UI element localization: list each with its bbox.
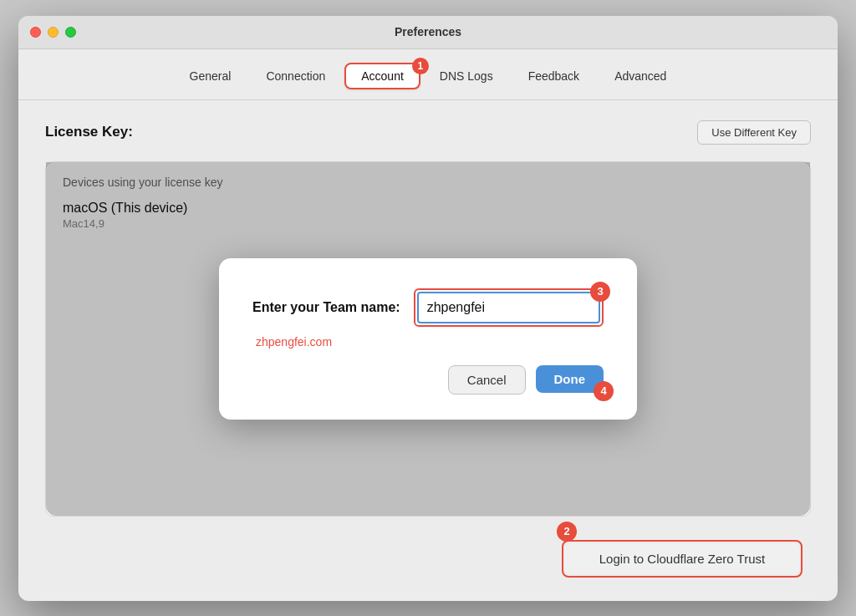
- traffic-lights: [30, 27, 76, 38]
- badge-2: 2: [557, 522, 577, 542]
- tab-feedback[interactable]: Feedback: [512, 64, 595, 89]
- tab-dns-logs[interactable]: DNS Logs: [424, 64, 509, 89]
- content-area: License Key: Use Different Key Devices u…: [18, 100, 838, 601]
- license-key-label: License Key:: [45, 124, 133, 140]
- modal-label: Enter your Team name:: [252, 300, 400, 315]
- tabs-toolbar: General Connection Account 1 DNS Logs Fe…: [18, 49, 838, 100]
- titlebar: Preferences: [18, 16, 838, 49]
- license-header: License Key: Use Different Key: [45, 120, 811, 145]
- use-different-key-button[interactable]: Use Different Key: [697, 120, 811, 145]
- tab-account-label: Account: [361, 69, 404, 83]
- login-cloudflare-button[interactable]: Login to Cloudflare Zero Trust: [565, 543, 799, 574]
- devices-panel: Devices using your license key macOS (Th…: [45, 161, 811, 517]
- close-button[interactable]: [30, 27, 41, 38]
- window-title: Preferences: [395, 25, 461, 38]
- fullscreen-button[interactable]: [65, 27, 76, 38]
- modal-form-row: Enter your Team name: 3: [252, 288, 604, 327]
- team-name-dialog: Enter your Team name: 3 zhpengfei.com Ca…: [219, 258, 637, 420]
- tab-advanced[interactable]: Advanced: [599, 64, 682, 89]
- tab-account[interactable]: Account 1: [344, 63, 420, 89]
- tab-connection[interactable]: Connection: [250, 64, 341, 89]
- modal-input-wrapper: 3: [414, 288, 604, 327]
- modal-buttons: Cancel Done 4: [252, 365, 604, 395]
- cancel-button[interactable]: Cancel: [448, 365, 526, 395]
- modal-suggestion: zhpengfei.com: [256, 335, 604, 349]
- minimize-button[interactable]: [48, 27, 59, 38]
- modal-overlay: Enter your Team name: 3 zhpengfei.com Ca…: [46, 162, 810, 516]
- badge-3: 3: [590, 282, 610, 302]
- badge-4: 4: [594, 381, 614, 401]
- preferences-window: Preferences General Connection Account 1…: [18, 16, 838, 601]
- bottom-area: 2 Login to Cloudflare Zero Trust: [45, 530, 811, 581]
- team-name-input[interactable]: [417, 292, 600, 323]
- tab-general[interactable]: General: [174, 64, 247, 89]
- badge-1: 1: [412, 58, 429, 74]
